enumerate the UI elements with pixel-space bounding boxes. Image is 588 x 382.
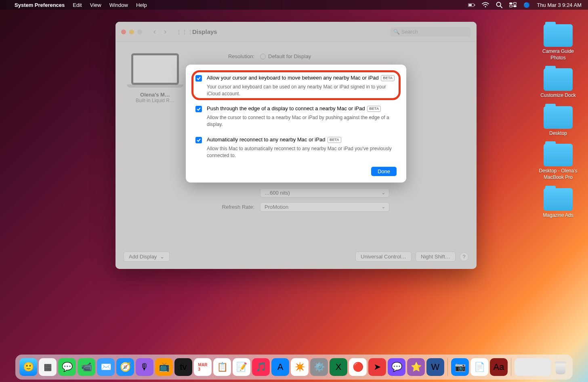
menu-view[interactable]: View	[90, 2, 101, 8]
wifi-icon[interactable]	[482, 2, 489, 8]
dock-music[interactable]: 🎵	[252, 358, 270, 376]
dock-app[interactable]: ⭐	[407, 358, 425, 376]
menu-help[interactable]: Help	[136, 2, 147, 8]
dock-slack[interactable]: ✴️	[291, 358, 309, 376]
control-center-icon[interactable]	[509, 2, 517, 8]
folder-icon	[544, 68, 573, 91]
svg-rect-7	[514, 2, 517, 4]
dock-chrome[interactable]: 🔴	[349, 358, 367, 376]
battery-icon[interactable]	[468, 2, 475, 8]
desktop-folder[interactable]: Desktop	[538, 106, 578, 137]
dock-launchpad[interactable]: ▦	[39, 358, 57, 376]
app-menu[interactable]: System Preferences	[15, 2, 65, 8]
dock-pages[interactable]: 📄	[470, 358, 488, 376]
svg-point-4	[497, 2, 501, 6]
dock-notes[interactable]: 📝	[233, 358, 250, 376]
dock-mail[interactable]: ✉️	[97, 358, 115, 376]
option-auto-reconnect[interactable]: Automatically reconnect to any nearby Ma…	[195, 136, 397, 159]
beta-badge: BETA	[381, 75, 395, 81]
dock-app[interactable]: ➤	[368, 358, 386, 376]
dock-minimized-windows[interactable]	[514, 358, 551, 376]
option-push-through[interactable]: Push through the edge of a display to co…	[195, 105, 397, 128]
dock-finder[interactable]: 🙂	[19, 358, 37, 376]
desktop-folder[interactable]: Camera Guide Photos	[538, 24, 578, 61]
dock-app[interactable]: 📺	[155, 358, 173, 376]
svg-point-3	[485, 6, 486, 7]
svg-rect-1	[469, 4, 472, 6]
dock: 🙂 ▦ 💬 📹 ✉️ 🧭 🎙 📺 tv MAR3 📋 📝 🎵 A ✴️ ⚙️ X…	[15, 355, 573, 380]
dock-reminders[interactable]: 📋	[213, 358, 231, 376]
dock-zoom[interactable]: 📷	[451, 358, 469, 376]
beta-badge: BETA	[328, 137, 341, 143]
svg-rect-9	[514, 5, 517, 7]
dock-appstore[interactable]: A	[271, 358, 289, 376]
checkbox-checked-icon[interactable]	[195, 137, 202, 143]
dock-messages[interactable]: 💬	[58, 358, 76, 376]
dock-podcasts[interactable]: 🎙	[136, 358, 153, 376]
desktop-folder[interactable]: Desktop - Olena's MacBook Pro	[538, 144, 578, 181]
dock-tv[interactable]: tv	[174, 358, 192, 376]
checkbox-checked-icon[interactable]	[195, 106, 202, 112]
desktop-icons: Camera Guide Photos Customize Dock Deskt…	[538, 24, 578, 218]
folder-icon	[544, 188, 573, 211]
siri-icon[interactable]: 🔵	[523, 2, 530, 8]
dock-calendar[interactable]: MAR3	[194, 358, 212, 376]
universal-control-sheet: Allow your cursor and keyboard to move b…	[186, 65, 406, 183]
dock-safari[interactable]: 🧭	[116, 358, 134, 376]
desktop-folder[interactable]: Magazine Ads	[538, 188, 578, 219]
desktop-folder[interactable]: Customize Dock	[538, 68, 578, 99]
dock-word[interactable]: W	[426, 358, 444, 376]
beta-badge: BETA	[367, 106, 381, 112]
svg-line-5	[500, 6, 502, 8]
checkbox-checked-icon[interactable]	[195, 75, 202, 82]
dock-separator	[511, 358, 511, 376]
svg-rect-2	[475, 4, 475, 6]
dock-facetime[interactable]: 📹	[78, 358, 95, 376]
menubar: System Preferences Edit View Window Help…	[0, 0, 588, 10]
dock-app[interactable]: 💬	[388, 358, 405, 376]
dock-settings[interactable]: ⚙️	[310, 358, 328, 376]
svg-rect-8	[509, 5, 512, 7]
done-button[interactable]: Done	[371, 167, 397, 176]
menu-window[interactable]: Window	[109, 2, 128, 8]
menu-edit[interactable]: Edit	[73, 2, 82, 8]
spotlight-icon[interactable]	[496, 2, 503, 8]
folder-icon	[544, 106, 573, 129]
option-allow-cursor[interactable]: Allow your cursor and keyboard to move b…	[195, 74, 397, 97]
folder-icon	[544, 144, 573, 166]
menubar-datetime[interactable]: Thu Mar 3 9:24 AM	[537, 2, 582, 8]
dock-dictionary[interactable]: Aa	[490, 358, 508, 376]
dock-excel[interactable]: X	[330, 358, 347, 376]
svg-rect-6	[509, 2, 512, 4]
folder-icon	[544, 24, 573, 47]
dock-separator	[447, 358, 448, 376]
dock-trash[interactable]	[552, 358, 569, 376]
